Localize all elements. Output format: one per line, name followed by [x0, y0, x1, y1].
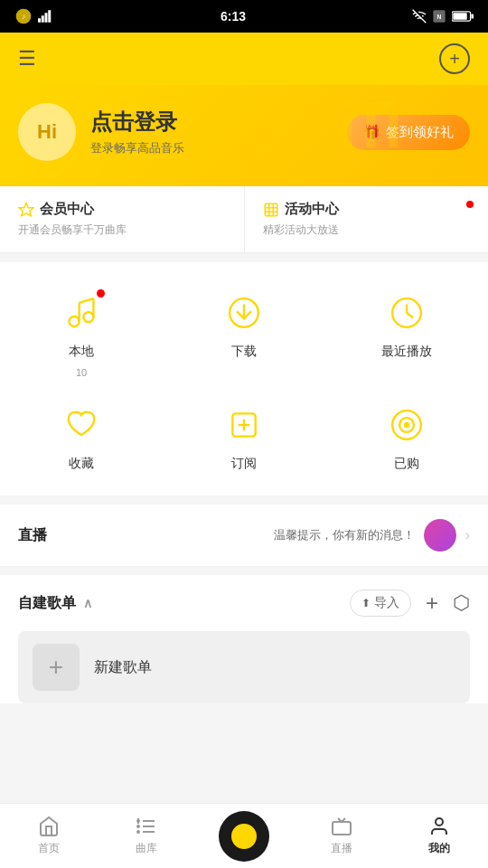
- activity-header: 活动中心: [263, 201, 471, 218]
- svg-line-21: [80, 298, 94, 303]
- playlist-header-left: 自建歌单 ∧: [18, 594, 92, 613]
- new-playlist-add-icon: +: [33, 644, 80, 691]
- member-center-item[interactable]: 会员中心 开通会员畅享千万曲库: [0, 186, 245, 252]
- app-icon: ♪: [14, 7, 33, 25]
- sign-in-button[interactable]: 🎁 签到领好礼: [347, 115, 470, 150]
- svg-rect-5: [48, 10, 51, 23]
- purchased-item[interactable]: 已购: [361, 401, 452, 472]
- status-right-icons: N: [412, 9, 474, 24]
- nav-library[interactable]: 曲库: [110, 816, 183, 856]
- local-music-icon: [64, 296, 99, 330]
- home-icon: [38, 816, 60, 837]
- live-nav-icon: [331, 816, 352, 837]
- info-row: 会员中心 开通会员畅享千万曲库 活动中心 精彩活动大放送: [0, 186, 488, 253]
- wifi-icon: [412, 9, 427, 24]
- chevron-right-icon: ›: [465, 527, 470, 543]
- purchased-icon: [389, 408, 424, 442]
- local-music-count: 10: [76, 367, 87, 378]
- recent-play-label: 最近播放: [381, 344, 432, 360]
- svg-rect-9: [453, 13, 466, 20]
- local-music-item[interactable]: 本地 10: [36, 289, 127, 378]
- login-text: 点击登录 登录畅享高品音乐: [90, 108, 184, 156]
- play-center-inner: [228, 820, 260, 853]
- svg-rect-40: [333, 822, 351, 835]
- live-message: 温馨提示，你有新的消息！: [274, 527, 415, 543]
- nav-live-label: 直播: [331, 841, 352, 856]
- nav-home[interactable]: 首页: [13, 816, 85, 856]
- activity-center-item[interactable]: 活动中心 精彩活动大放送: [245, 186, 489, 252]
- member-sub: 开通会员畅享千万曲库: [18, 222, 226, 238]
- subscribe-icon: [227, 408, 261, 442]
- recent-play-item[interactable]: 最近播放: [361, 289, 452, 378]
- new-playlist-label: 新建歌单: [94, 658, 152, 677]
- signal-icon: [38, 10, 54, 23]
- sign-in-label: 签到领好礼: [386, 124, 454, 141]
- subscribe-label: 订阅: [231, 456, 257, 472]
- member-header: 会员中心: [18, 201, 226, 218]
- play-center-button[interactable]: [219, 811, 269, 862]
- library-icon: [136, 816, 157, 837]
- svg-text:♪: ♪: [22, 12, 25, 21]
- chevron-down-icon[interactable]: ∧: [83, 596, 92, 610]
- nav-mine-label: 我的: [428, 841, 450, 856]
- nav-mine[interactable]: 我的: [403, 816, 475, 856]
- svg-point-38: [137, 831, 139, 833]
- recent-play-icon-container: [383, 289, 430, 336]
- playlist-header-right: ⬆ 导入 + ⬡: [350, 590, 470, 617]
- status-left-icons: ♪: [14, 7, 54, 25]
- icon-grid: 本地 10 下载 最近播放: [0, 262, 488, 495]
- svg-text:N: N: [437, 14, 442, 20]
- avatar-text: Hi: [37, 120, 57, 144]
- clock-icon: [389, 296, 424, 330]
- activity-notification-dot: [466, 201, 474, 208]
- download-label: 下载: [231, 344, 257, 360]
- favorite-item[interactable]: 收藏: [36, 401, 127, 472]
- local-music-dot: [97, 289, 105, 297]
- nav-play-center[interactable]: [208, 811, 280, 862]
- live-avatar-image: [424, 519, 456, 552]
- nav-library-label: 曲库: [136, 841, 157, 856]
- playlist-header: 自建歌单 ∧ ⬆ 导入 + ⬡: [18, 590, 470, 617]
- settings-icon[interactable]: ⬡: [453, 591, 470, 615]
- svg-rect-2: [38, 18, 41, 23]
- member-title: 会员中心: [40, 201, 94, 218]
- nav-live[interactable]: 直播: [305, 816, 378, 856]
- download-icon-container: [221, 289, 267, 336]
- svg-point-18: [83, 312, 93, 322]
- purchased-icon-container: [383, 401, 430, 448]
- new-playlist-card[interactable]: + 新建歌单: [18, 631, 470, 703]
- icon-row-2: 收藏 订阅 已购: [0, 392, 488, 486]
- heart-icon: [64, 408, 99, 442]
- live-right[interactable]: 温馨提示，你有新的消息！ ›: [274, 519, 470, 552]
- svg-rect-10: [471, 14, 474, 18]
- local-music-icon-container: [58, 289, 105, 336]
- add-playlist-icon[interactable]: +: [426, 590, 438, 616]
- download-item[interactable]: 下载: [199, 289, 289, 378]
- subscribe-item[interactable]: 订阅: [199, 401, 289, 472]
- svg-line-26: [407, 313, 413, 318]
- live-section: 直播 温馨提示，你有新的消息！ ›: [0, 505, 488, 566]
- purchased-label: 已购: [394, 456, 419, 472]
- live-title: 直播: [18, 526, 47, 545]
- add-icon[interactable]: +: [439, 43, 470, 74]
- gift-icon: 🎁: [363, 124, 380, 140]
- hamburger-icon[interactable]: ☰: [18, 47, 36, 71]
- svg-rect-3: [42, 15, 44, 23]
- live-avatar: [424, 519, 456, 552]
- svg-point-17: [70, 316, 80, 326]
- svg-point-37: [137, 826, 139, 827]
- download-icon: [227, 296, 261, 330]
- login-subtitle: 登录畅享高品音乐: [90, 140, 184, 156]
- svg-point-32: [404, 422, 409, 428]
- banner-left: Hi 点击登录 登录畅享高品音乐: [18, 103, 184, 161]
- favorite-icon-container: [58, 401, 105, 448]
- battery-icon: [452, 10, 474, 23]
- status-bar: ♪ 6:13 N: [0, 0, 488, 33]
- import-button[interactable]: ⬆ 导入: [350, 590, 411, 617]
- avatar[interactable]: Hi: [18, 103, 76, 161]
- playlist-title: 自建歌单: [18, 594, 76, 613]
- svg-marker-11: [19, 203, 34, 215]
- network-icon: N: [432, 9, 446, 24]
- activity-title: 活动中心: [285, 201, 339, 218]
- login-banner: iTi Hi 点击登录 登录畅享高品音乐 🎁 签到领好礼: [0, 85, 488, 186]
